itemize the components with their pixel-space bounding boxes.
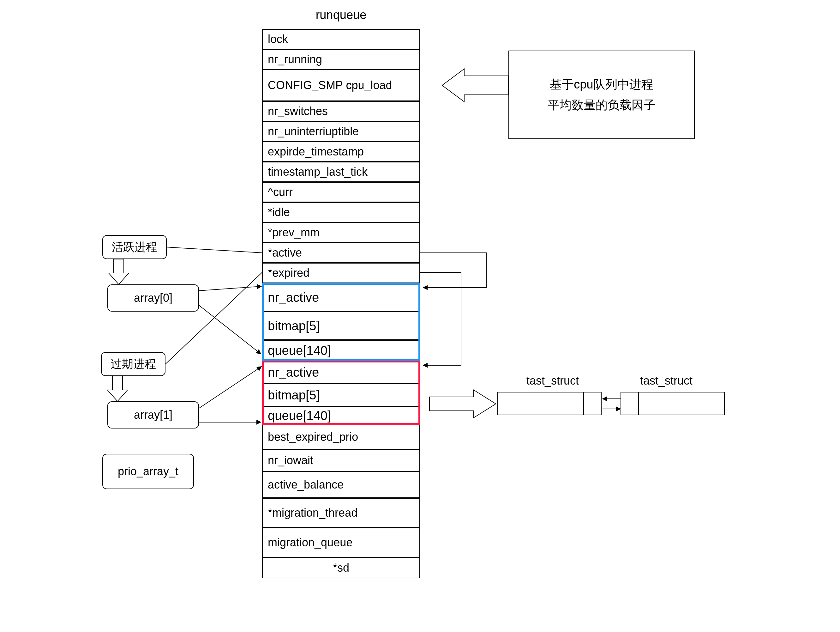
task-struct-b-box bbox=[621, 392, 725, 415]
rq-curr: ^curr bbox=[262, 182, 420, 202]
task-struct-a-label: tast_struct bbox=[512, 373, 594, 389]
rq-active-balance: active_balance bbox=[262, 472, 420, 498]
line-array0-to-nr-active bbox=[199, 286, 262, 291]
label-array0: array[0] bbox=[107, 284, 199, 312]
rq-nr-running: nr_running bbox=[262, 49, 420, 70]
label-expired-proc: 过期进程 bbox=[101, 352, 166, 376]
arr0-queue: queue[140] bbox=[262, 340, 420, 361]
rq-timestamp-last-tick: timestamp_last_tick bbox=[262, 162, 420, 182]
rq-lock: lock bbox=[262, 29, 420, 49]
line-array1-to-nr-active bbox=[199, 367, 262, 408]
note-line2: 平均数量的负载因子 bbox=[548, 95, 655, 115]
rq-best-expired-prio: best_expired_prio bbox=[262, 425, 420, 449]
arr0-nr-active: nr_active bbox=[262, 283, 420, 312]
ptr-active-loop bbox=[420, 253, 486, 288]
rq-migration-queue: migration_queue bbox=[262, 528, 420, 558]
arr0-bitmap: bitmap[5] bbox=[262, 312, 420, 340]
arrow-note-to-cpu-load bbox=[442, 69, 508, 102]
label-array1: array[1] bbox=[107, 401, 199, 429]
rq-prev-mm: *prev_mm bbox=[262, 222, 420, 243]
arr1-queue: queue[140] bbox=[262, 406, 420, 425]
rq-idle: *idle bbox=[262, 202, 420, 222]
line-array0-to-queue bbox=[199, 305, 261, 354]
runqueue-title: runqueue bbox=[259, 7, 423, 23]
rq-expired-timestamp: expirde_timestamp bbox=[262, 142, 420, 162]
rq-migration-thread: *migration_thread bbox=[262, 498, 420, 528]
arrow-queue-to-task bbox=[429, 390, 496, 418]
rq-active-ptr: *active bbox=[262, 243, 420, 263]
label-prio-array-t: prio_array_t bbox=[102, 454, 194, 489]
cpu-load-note: 基于cpu队列中进程 平均数量的负载因子 bbox=[508, 51, 695, 139]
rq-nr-uninterruptible: nr_uninterriuptible bbox=[262, 121, 420, 142]
ptr-expired-loop bbox=[420, 272, 461, 365]
connector-layer bbox=[0, 0, 840, 632]
rq-nr-switches: nr_switches bbox=[262, 101, 420, 121]
arrow-active-proc-to-array0 bbox=[109, 259, 129, 284]
note-line1: 基于cpu队列中进程 bbox=[550, 74, 653, 95]
rq-expired-ptr: *expired bbox=[262, 263, 420, 283]
rq-config-smp-cpu-load: CONFIG_SMP cpu_load bbox=[262, 70, 420, 101]
task-struct-a-box bbox=[497, 392, 602, 415]
rq-sd: *sd bbox=[262, 558, 420, 578]
arr1-bitmap: bitmap[5] bbox=[262, 383, 420, 406]
line-active-proc-to-active-ptr bbox=[167, 247, 262, 253]
label-active-proc: 活跃进程 bbox=[102, 235, 167, 259]
rq-nr-iowait: nr_iowait bbox=[262, 449, 420, 472]
task-struct-b-label: tast_struct bbox=[625, 373, 707, 389]
arr1-nr-active: nr_active bbox=[262, 361, 420, 383]
arrow-expired-proc-to-array1 bbox=[107, 376, 128, 401]
